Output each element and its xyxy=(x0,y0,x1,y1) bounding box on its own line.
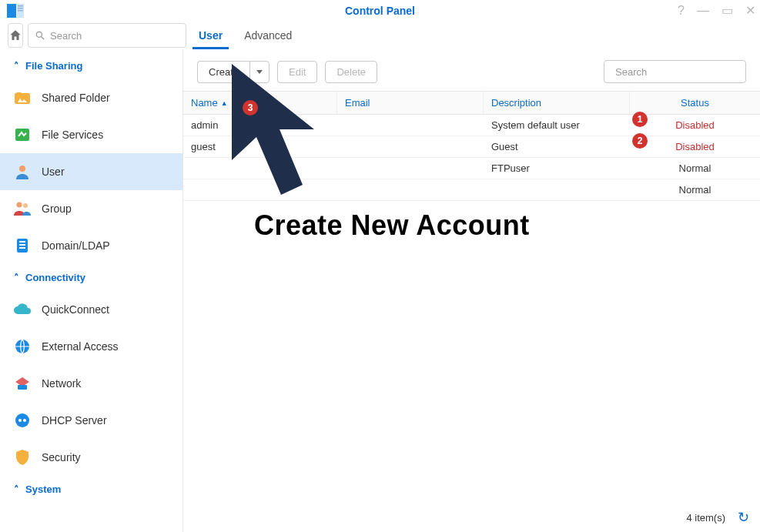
sidebar-item-label: Group xyxy=(42,202,72,215)
cell-description: System default user xyxy=(484,119,630,131)
content: Create Edit Delete Name ▲ Email Descript… xyxy=(183,49,760,532)
refresh-button[interactable]: ↻ xyxy=(738,509,749,526)
sidebar-item-domain-ldap[interactable]: Domain/LDAP xyxy=(0,227,182,264)
annotation-badge-1: 1 xyxy=(632,112,648,127)
sidebar-item-label: Security xyxy=(42,451,81,463)
search-icon xyxy=(35,30,45,41)
cell-description: FTPuser xyxy=(484,162,630,174)
network-icon xyxy=(12,374,32,393)
tabs: User Advanced xyxy=(183,22,292,49)
svg-rect-14 xyxy=(19,244,25,246)
svg-line-6 xyxy=(42,37,45,40)
sidebar-search-input[interactable] xyxy=(50,30,179,42)
item-count: 4 item(s) xyxy=(686,512,725,524)
sidebar-item-label: Shared Folder xyxy=(42,92,110,104)
sidebar-item-group[interactable]: Group xyxy=(0,190,182,227)
cell-status: Normal xyxy=(630,184,760,196)
sidebar-item-label: DHCP Server xyxy=(42,414,107,427)
svg-point-18 xyxy=(15,413,29,427)
folder-share-icon xyxy=(12,89,32,107)
home-icon xyxy=(8,28,22,42)
svg-point-20 xyxy=(23,419,26,422)
tab-advanced[interactable]: Advanced xyxy=(244,22,292,49)
annotation-badge-2: 2 xyxy=(632,133,648,149)
home-button[interactable] xyxy=(8,23,23,48)
domain-ldap-icon xyxy=(12,236,32,255)
cell-status: Normal xyxy=(630,162,760,174)
section-label: System xyxy=(25,483,61,495)
sidebar-item-label: External Access xyxy=(42,340,119,353)
svg-rect-13 xyxy=(19,241,25,243)
cell-status: Disabled xyxy=(630,141,760,152)
cell-description: Guest xyxy=(484,141,630,152)
maximize-icon[interactable]: ▭ xyxy=(721,5,733,17)
titlebar: Control Panel ? ― ▭ ✕ xyxy=(0,0,760,22)
sidebar-item-user[interactable]: User xyxy=(0,153,182,190)
close-icon[interactable]: ✕ xyxy=(745,5,755,17)
section-system[interactable]: ˄ System xyxy=(0,476,182,503)
section-label: Connectivity xyxy=(25,272,85,283)
app-icon xyxy=(5,2,26,19)
column-email[interactable]: Email xyxy=(337,92,484,114)
group-icon xyxy=(12,199,32,218)
section-connectivity[interactable]: ˄ Connectivity xyxy=(0,264,182,291)
tab-user[interactable]: User xyxy=(199,22,223,49)
sidebar-item-label: File Services xyxy=(42,129,103,141)
section-label: File Sharing xyxy=(25,60,82,72)
filter-search[interactable] xyxy=(604,60,746,83)
user-icon xyxy=(12,162,32,181)
sidebar-item-label: Network xyxy=(42,377,81,390)
sidebar-item-shared-folder[interactable]: Shared Folder xyxy=(0,79,182,116)
annotation-caption: Create New Account xyxy=(254,209,530,242)
table-footer: 4 item(s) ↻ xyxy=(686,509,749,526)
svg-point-9 xyxy=(19,166,25,172)
annotation-badge-3: 3 xyxy=(243,100,258,115)
sidebar-item-file-services[interactable]: File Services xyxy=(0,116,182,153)
svg-rect-4 xyxy=(18,10,23,12)
section-file-sharing[interactable]: ˄ File Sharing xyxy=(0,52,182,79)
svg-rect-15 xyxy=(19,247,25,249)
chevron-up-icon: ˄ xyxy=(14,60,19,72)
sidebar-item-dhcp-server[interactable]: DHCP Server xyxy=(0,402,182,439)
svg-rect-3 xyxy=(18,8,23,9)
svg-rect-0 xyxy=(7,4,16,18)
globe-icon xyxy=(12,337,32,356)
svg-rect-17 xyxy=(18,385,27,390)
dhcp-icon xyxy=(12,411,32,430)
sidebar-item-label: User xyxy=(42,166,65,178)
minimize-icon[interactable]: ― xyxy=(697,5,709,17)
window-title: Control Panel xyxy=(0,5,760,17)
sidebar-item-network[interactable]: Network xyxy=(0,365,182,402)
chevron-up-icon: ˄ xyxy=(14,483,19,495)
sidebar-item-label: Domain/LDAP xyxy=(42,239,110,252)
svg-point-10 xyxy=(17,202,22,208)
filter-search-input[interactable] xyxy=(615,66,745,78)
cloud-icon xyxy=(12,300,32,319)
svg-point-11 xyxy=(23,203,28,208)
top-row: User Advanced xyxy=(0,22,760,49)
sidebar: ˄ File Sharing Shared Folder File Servic… xyxy=(0,49,183,532)
annotation-cursor-arrow xyxy=(226,60,326,209)
svg-point-19 xyxy=(18,419,22,422)
cell-status: Disabled xyxy=(630,119,760,131)
svg-point-5 xyxy=(36,32,42,37)
file-services-icon xyxy=(12,125,32,144)
sidebar-item-label: QuickConnect xyxy=(42,303,109,316)
shield-icon xyxy=(12,448,32,467)
column-description[interactable]: Description xyxy=(484,92,630,114)
sidebar-search[interactable] xyxy=(28,23,186,48)
sidebar-item-quickconnect[interactable]: QuickConnect xyxy=(0,291,182,328)
delete-button[interactable]: Delete xyxy=(325,61,377,83)
svg-rect-2 xyxy=(18,5,23,7)
chevron-up-icon: ˄ xyxy=(14,272,19,283)
sidebar-item-external-access[interactable]: External Access xyxy=(0,328,182,365)
help-icon[interactable]: ? xyxy=(678,5,685,17)
column-status[interactable]: Status xyxy=(630,92,760,114)
sidebar-item-security[interactable]: Security xyxy=(0,439,182,476)
